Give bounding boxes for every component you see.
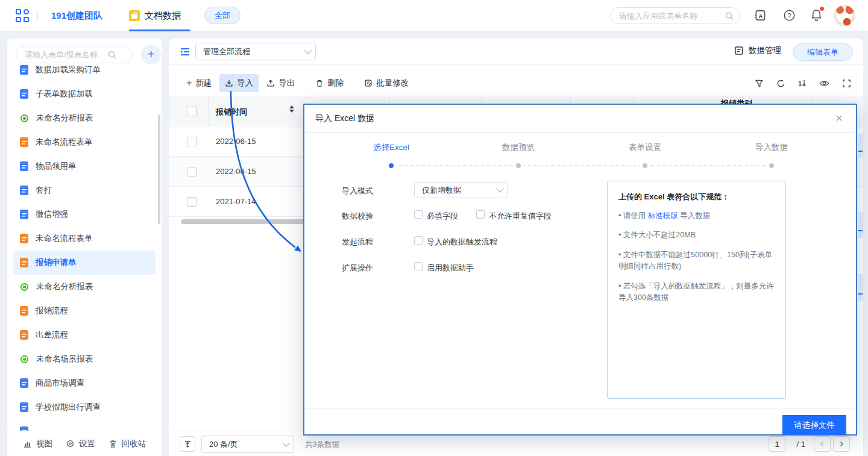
data-manage-button[interactable]: 数据管理 xyxy=(734,45,781,56)
collapse-sidebar-icon[interactable] xyxy=(180,46,190,57)
doc-icon xyxy=(20,306,28,316)
doc-icon xyxy=(20,65,28,75)
doc-icon xyxy=(20,258,28,267)
sidebar: + 数据加载采购订单 子表单数据加载 未命名分析报表 未命名流程表单 物品领用单… xyxy=(7,39,162,456)
sidebar-item[interactable]: 未命名分析报表 xyxy=(13,106,156,130)
sidebar-item[interactable]: 套打 xyxy=(13,178,156,202)
sort-icon[interactable]: 1 xyxy=(798,80,807,87)
doc-icon xyxy=(20,161,28,171)
sidebar-item-label: 未命名流程表单 xyxy=(36,137,93,148)
sidebar-item[interactable]: 子表单数据加载 xyxy=(13,82,156,106)
bell-icon[interactable] xyxy=(810,8,823,22)
sort-carets-icon[interactable] xyxy=(289,105,294,113)
sidebar-search-input[interactable] xyxy=(25,50,108,59)
sidebar-item[interactable]: 物品领用单 xyxy=(13,154,156,178)
edit-form-button[interactable]: 编辑表单 xyxy=(793,43,853,61)
active-tab-underline xyxy=(129,30,190,31)
refresh-icon[interactable] xyxy=(776,79,785,88)
fullscreen-icon[interactable] xyxy=(842,79,851,88)
sidebar-item-label: 未命名分析报表 xyxy=(36,281,93,292)
filter-icon[interactable] xyxy=(755,79,764,88)
new-button[interactable]: + 新建 xyxy=(181,74,217,92)
current-page-box[interactable]: 1 xyxy=(769,436,785,452)
sidebar-item-label: 数据加载采购订单 xyxy=(36,65,101,75)
add-form-button[interactable]: + xyxy=(141,45,161,64)
search-icon xyxy=(108,51,116,59)
help-icon[interactable]: ? xyxy=(783,9,796,22)
step-select-excel: 选择Excel xyxy=(349,142,433,153)
sidebar-item[interactable]: 未命名场景报表 xyxy=(13,347,156,371)
step-connector xyxy=(397,165,513,166)
sidebar-item[interactable]: 数据加载采购订单 xyxy=(13,65,156,82)
no-duplicate-checkbox[interactable] xyxy=(476,210,485,219)
page-next-button[interactable] xyxy=(833,436,850,452)
horizontal-scrollbar[interactable] xyxy=(181,219,309,224)
views-button[interactable]: 视图 xyxy=(23,439,52,449)
team-name[interactable]: 191创建团队 xyxy=(51,10,102,22)
batch-edit-button[interactable]: 批量修改 xyxy=(359,74,414,92)
page-size-select[interactable]: 20 条/页 xyxy=(201,436,294,453)
flow-select-value: 管理全部流程 xyxy=(203,46,250,57)
batch-edit-icon xyxy=(364,79,373,87)
step-dot xyxy=(643,163,647,168)
sidebar-item[interactable]: 微信增强 xyxy=(13,202,156,226)
sidebar-item-partial[interactable] xyxy=(13,419,156,431)
sidebar-item-selected[interactable]: 报销申请单 xyxy=(13,251,156,275)
doc-icon xyxy=(20,234,28,243)
avatar[interactable] xyxy=(834,5,855,27)
scroll-top-button[interactable] xyxy=(180,436,195,452)
select-all-checkbox[interactable] xyxy=(187,107,197,116)
settings-button[interactable]: 设置 xyxy=(66,439,95,449)
delete-label: 删除 xyxy=(327,78,344,89)
data-assistant-checkbox[interactable] xyxy=(414,262,423,270)
export-button[interactable]: 导出 xyxy=(261,74,300,92)
page-prev-button[interactable] xyxy=(814,436,831,452)
import-button[interactable]: 导入 xyxy=(219,74,259,92)
eye-icon[interactable] xyxy=(819,79,829,88)
main-topbar: 管理全部流程 数据管理 编辑表单 xyxy=(169,39,863,65)
global-search[interactable] xyxy=(610,7,740,24)
sidebar-scrollbar[interactable] xyxy=(158,114,160,224)
chevron-down-icon xyxy=(304,46,312,54)
app-tab-label[interactable]: 文档数据 xyxy=(145,10,181,22)
row-checkbox[interactable] xyxy=(187,137,197,146)
doc-icon xyxy=(20,210,28,219)
row-checkbox[interactable] xyxy=(187,197,197,207)
close-icon[interactable]: × xyxy=(832,111,846,125)
choose-file-button[interactable]: 请选择文件 xyxy=(782,415,846,436)
flow-select[interactable]: 管理全部流程 xyxy=(195,43,316,60)
import-mode-select[interactable]: 仅新增数据 xyxy=(414,182,508,198)
delete-button[interactable]: 删除 xyxy=(310,74,349,92)
sidebar-item[interactable]: 未命名流程表单 xyxy=(13,226,156,251)
global-search-input[interactable] xyxy=(619,11,725,20)
report-icon xyxy=(20,283,29,292)
step-connector xyxy=(650,165,766,166)
sidebar-item[interactable]: 出差流程 xyxy=(13,323,156,347)
export-icon xyxy=(266,79,275,87)
trigger-workflow-label: 导入的数据触发流程 xyxy=(427,237,497,248)
sidebar-footer: 视图 设置 回收站 xyxy=(7,431,162,456)
column-header-expense-date[interactable]: 报销时间 xyxy=(216,107,247,117)
sidebar-item[interactable]: 报销流程 xyxy=(13,299,156,323)
standard-template-link[interactable]: 标准模版 xyxy=(648,211,678,220)
apps-grid-icon[interactable] xyxy=(16,9,29,22)
sidebar-search[interactable] xyxy=(16,46,133,63)
new-label: 新建 xyxy=(195,78,212,89)
data-manage-icon xyxy=(734,46,744,55)
import-mode-label: 导入模式 xyxy=(342,186,373,196)
doc-icon xyxy=(20,378,28,388)
recycle-bin-button[interactable]: 回收站 xyxy=(108,439,146,449)
translate-icon[interactable]: A xyxy=(754,9,767,22)
sidebar-item[interactable]: 学校假期出行调查 xyxy=(13,395,156,419)
sidebar-item[interactable]: 未命名流程表单 xyxy=(13,130,156,154)
rule-text: 导入数据 xyxy=(678,211,710,220)
sidebar-item[interactable]: 商品市场调查 xyxy=(13,371,156,395)
required-fields-checkbox[interactable] xyxy=(414,210,423,219)
trash-icon xyxy=(315,79,324,87)
row-checkbox[interactable] xyxy=(187,167,197,176)
tab-all[interactable]: 全部 xyxy=(204,7,241,24)
modal-title: 导入 Excel 数据 xyxy=(315,113,374,124)
trigger-workflow-checkbox[interactable] xyxy=(414,236,423,245)
sidebar-item[interactable]: 未命名分析报表 xyxy=(13,275,156,299)
folder-app-icon xyxy=(129,10,140,21)
